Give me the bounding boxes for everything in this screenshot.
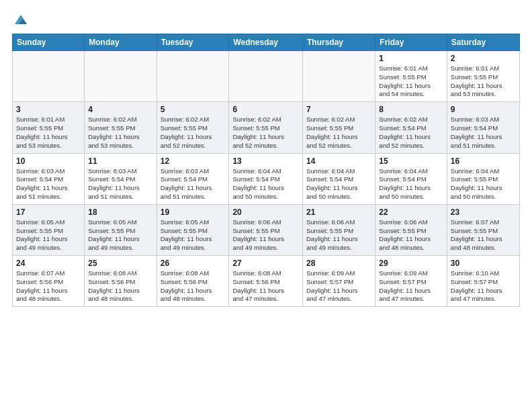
- day-number: 9: [451, 105, 516, 114]
- day-info: Sunrise: 6:08 AM Sunset: 5:56 PM Dayligh…: [232, 269, 299, 304]
- day-number: 18: [88, 208, 152, 217]
- calendar-cell: 3Sunrise: 6:01 AM Sunset: 5:55 PM Daylig…: [13, 102, 85, 153]
- day-number: 3: [16, 105, 81, 114]
- day-number: 5: [161, 105, 226, 114]
- day-number: 25: [88, 259, 152, 268]
- day-number: 10: [16, 156, 81, 166]
- day-info: Sunrise: 6:09 AM Sunset: 5:57 PM Dayligh…: [379, 269, 443, 304]
- day-info: Sunrise: 6:06 AM Sunset: 5:55 PM Dayligh…: [232, 218, 299, 253]
- calendar-cell: 14Sunrise: 6:04 AM Sunset: 5:54 PM Dayli…: [303, 153, 375, 204]
- day-number: 2: [451, 54, 516, 63]
- day-number: 29: [379, 259, 443, 268]
- calendar-cell: 27Sunrise: 6:08 AM Sunset: 5:56 PM Dayli…: [229, 256, 303, 307]
- day-number: 4: [88, 105, 152, 114]
- calendar-cell: 15Sunrise: 6:04 AM Sunset: 5:54 PM Dayli…: [375, 153, 447, 204]
- day-number: 12: [161, 156, 226, 166]
- day-number: 13: [232, 156, 299, 166]
- day-info: Sunrise: 6:03 AM Sunset: 5:54 PM Dayligh…: [16, 167, 81, 201]
- calendar-cell: 13Sunrise: 6:04 AM Sunset: 5:54 PM Dayli…: [229, 153, 303, 204]
- day-number: 20: [232, 208, 299, 217]
- calendar-cell: 23Sunrise: 6:07 AM Sunset: 5:55 PM Dayli…: [447, 204, 519, 255]
- page: SundayMondayTuesdayWednesdayThursdayFrid…: [0, 0, 532, 411]
- day-number: 16: [451, 156, 516, 166]
- calendar-header-saturday: Saturday: [447, 34, 519, 51]
- day-number: 19: [161, 208, 226, 217]
- day-info: Sunrise: 6:04 AM Sunset: 5:54 PM Dayligh…: [232, 167, 299, 201]
- calendar-cell: 6Sunrise: 6:02 AM Sunset: 5:55 PM Daylig…: [229, 102, 303, 153]
- day-info: Sunrise: 6:05 AM Sunset: 5:55 PM Dayligh…: [16, 218, 81, 253]
- day-number: 1: [379, 54, 443, 63]
- calendar-cell: 7Sunrise: 6:02 AM Sunset: 5:55 PM Daylig…: [303, 102, 375, 153]
- calendar-header-wednesday: Wednesday: [229, 34, 303, 51]
- calendar-week-row: 24Sunrise: 6:07 AM Sunset: 5:56 PM Dayli…: [13, 256, 520, 307]
- calendar-cell: 22Sunrise: 6:06 AM Sunset: 5:55 PM Dayli…: [375, 204, 447, 255]
- day-number: 7: [306, 105, 371, 114]
- day-info: Sunrise: 6:10 AM Sunset: 5:57 PM Dayligh…: [451, 269, 516, 304]
- calendar-cell: 5Sunrise: 6:02 AM Sunset: 5:55 PM Daylig…: [157, 102, 229, 153]
- calendar-cell: [229, 51, 303, 102]
- calendar-week-row: 1Sunrise: 6:01 AM Sunset: 5:55 PM Daylig…: [13, 51, 520, 102]
- calendar-cell: 18Sunrise: 6:05 AM Sunset: 5:55 PM Dayli…: [85, 204, 157, 255]
- calendar-cell: 21Sunrise: 6:06 AM Sunset: 5:55 PM Dayli…: [303, 204, 375, 255]
- calendar-cell: [13, 51, 85, 102]
- day-info: Sunrise: 6:06 AM Sunset: 5:55 PM Dayligh…: [379, 218, 443, 253]
- calendar-cell: 28Sunrise: 6:09 AM Sunset: 5:57 PM Dayli…: [303, 256, 375, 307]
- logo: [12, 12, 28, 27]
- calendar-cell: 17Sunrise: 6:05 AM Sunset: 5:55 PM Dayli…: [13, 204, 85, 255]
- day-info: Sunrise: 6:05 AM Sunset: 5:55 PM Dayligh…: [88, 218, 152, 253]
- day-info: Sunrise: 6:01 AM Sunset: 5:55 PM Dayligh…: [16, 116, 81, 150]
- day-info: Sunrise: 6:04 AM Sunset: 5:55 PM Dayligh…: [451, 167, 516, 201]
- calendar-header-sunday: Sunday: [13, 34, 85, 51]
- day-number: 21: [306, 208, 371, 217]
- day-info: Sunrise: 6:03 AM Sunset: 5:54 PM Dayligh…: [451, 116, 516, 150]
- day-info: Sunrise: 6:08 AM Sunset: 5:56 PM Dayligh…: [88, 269, 152, 304]
- calendar-cell: 9Sunrise: 6:03 AM Sunset: 5:54 PM Daylig…: [447, 102, 519, 153]
- calendar-week-row: 3Sunrise: 6:01 AM Sunset: 5:55 PM Daylig…: [13, 102, 520, 153]
- day-info: Sunrise: 6:02 AM Sunset: 5:55 PM Dayligh…: [306, 116, 371, 150]
- calendar-header-row: SundayMondayTuesdayWednesdayThursdayFrid…: [13, 34, 520, 51]
- calendar-cell: 29Sunrise: 6:09 AM Sunset: 5:57 PM Dayli…: [375, 256, 447, 307]
- day-info: Sunrise: 6:05 AM Sunset: 5:55 PM Dayligh…: [161, 218, 226, 253]
- day-number: 24: [16, 259, 81, 268]
- calendar-header-tuesday: Tuesday: [157, 34, 229, 51]
- day-info: Sunrise: 6:07 AM Sunset: 5:56 PM Dayligh…: [16, 269, 81, 304]
- calendar-cell: 19Sunrise: 6:05 AM Sunset: 5:55 PM Dayli…: [157, 204, 229, 255]
- calendar-cell: 11Sunrise: 6:03 AM Sunset: 5:54 PM Dayli…: [85, 153, 157, 204]
- day-info: Sunrise: 6:04 AM Sunset: 5:54 PM Dayligh…: [379, 167, 443, 201]
- day-number: 27: [232, 259, 299, 268]
- day-info: Sunrise: 6:02 AM Sunset: 5:55 PM Dayligh…: [88, 116, 152, 150]
- calendar-week-row: 10Sunrise: 6:03 AM Sunset: 5:54 PM Dayli…: [13, 153, 520, 204]
- day-number: 15: [379, 156, 443, 166]
- calendar-cell: 24Sunrise: 6:07 AM Sunset: 5:56 PM Dayli…: [13, 256, 85, 307]
- calendar-cell: 10Sunrise: 6:03 AM Sunset: 5:54 PM Dayli…: [13, 153, 85, 204]
- day-info: Sunrise: 6:02 AM Sunset: 5:54 PM Dayligh…: [379, 116, 443, 150]
- calendar-cell: 25Sunrise: 6:08 AM Sunset: 5:56 PM Dayli…: [85, 256, 157, 307]
- day-number: 14: [306, 156, 371, 166]
- calendar-cell: [85, 51, 157, 102]
- calendar-cell: [303, 51, 375, 102]
- day-number: 22: [379, 208, 443, 217]
- calendar-cell: 2Sunrise: 6:01 AM Sunset: 5:55 PM Daylig…: [447, 51, 519, 102]
- calendar-header-thursday: Thursday: [303, 34, 375, 51]
- calendar-cell: 1Sunrise: 6:01 AM Sunset: 5:55 PM Daylig…: [375, 51, 447, 102]
- day-number: 11: [88, 156, 152, 166]
- calendar-cell: 20Sunrise: 6:06 AM Sunset: 5:55 PM Dayli…: [229, 204, 303, 255]
- day-info: Sunrise: 6:03 AM Sunset: 5:54 PM Dayligh…: [161, 167, 226, 201]
- header: [12, 12, 520, 27]
- logo-icon: [13, 12, 28, 27]
- day-info: Sunrise: 6:04 AM Sunset: 5:54 PM Dayligh…: [306, 167, 371, 201]
- day-number: 26: [161, 259, 226, 268]
- day-info: Sunrise: 6:07 AM Sunset: 5:55 PM Dayligh…: [451, 218, 516, 253]
- calendar-cell: 30Sunrise: 6:10 AM Sunset: 5:57 PM Dayli…: [447, 256, 519, 307]
- calendar-cell: 16Sunrise: 6:04 AM Sunset: 5:55 PM Dayli…: [447, 153, 519, 204]
- day-number: 6: [232, 105, 299, 114]
- day-info: Sunrise: 6:06 AM Sunset: 5:55 PM Dayligh…: [306, 218, 371, 253]
- calendar-week-row: 17Sunrise: 6:05 AM Sunset: 5:55 PM Dayli…: [13, 204, 520, 255]
- day-number: 8: [379, 105, 443, 114]
- day-number: 30: [451, 259, 516, 268]
- day-number: 23: [451, 208, 516, 217]
- calendar-header-friday: Friday: [375, 34, 447, 51]
- calendar-cell: 8Sunrise: 6:02 AM Sunset: 5:54 PM Daylig…: [375, 102, 447, 153]
- day-info: Sunrise: 6:02 AM Sunset: 5:55 PM Dayligh…: [232, 116, 299, 150]
- calendar-cell: 26Sunrise: 6:08 AM Sunset: 5:56 PM Dayli…: [157, 256, 229, 307]
